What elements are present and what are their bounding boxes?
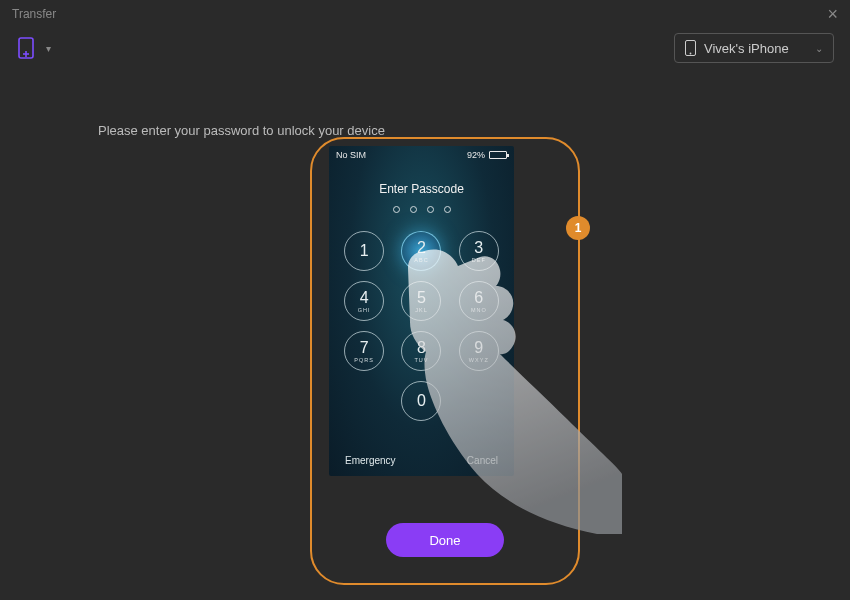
key-5[interactable]: 5JKL	[401, 281, 441, 321]
cancel-button[interactable]: Cancel	[467, 455, 498, 466]
emergency-button[interactable]: Emergency	[345, 455, 396, 466]
key-7[interactable]: 7PQRS	[344, 331, 384, 371]
key-8[interactable]: 8TUV	[401, 331, 441, 371]
key-0[interactable]: 0	[401, 381, 441, 421]
instruction-text: Please enter your password to unlock you…	[98, 123, 385, 138]
device-add-icon	[16, 37, 36, 59]
key-4[interactable]: 4GHI	[344, 281, 384, 321]
key-3[interactable]: 3DEF	[459, 231, 499, 271]
chevron-down-icon: ▾	[46, 43, 51, 54]
step-badge: 1	[566, 216, 590, 240]
done-button[interactable]: Done	[386, 523, 504, 557]
key-9[interactable]: 9WXYZ	[459, 331, 499, 371]
key-2[interactable]: 2ABC	[401, 231, 441, 271]
key-6[interactable]: 6MNO	[459, 281, 499, 321]
phone-screen: No SIM 92% Enter Passcode 1 2ABC 3DEF 4G…	[329, 146, 514, 476]
add-device-button[interactable]: ▾	[16, 37, 51, 59]
passcode-title: Enter Passcode	[329, 182, 514, 196]
status-left: No SIM	[336, 150, 366, 160]
key-1[interactable]: 1	[344, 231, 384, 271]
device-name: Vivek's iPhone	[704, 41, 789, 56]
chevron-down-icon: ⌄	[815, 43, 823, 54]
phone-icon	[685, 40, 696, 56]
close-icon[interactable]: ×	[827, 5, 838, 23]
battery-percent: 92%	[467, 150, 485, 160]
phone-frame: 1 No SIM 92% Enter Passcode 1 2ABC 3DEF …	[310, 137, 580, 585]
battery-icon	[489, 151, 507, 159]
keypad: 1 2ABC 3DEF 4GHI 5JKL 6MNO 7PQRS 8TUV 9W…	[342, 231, 502, 421]
svg-point-4	[690, 53, 692, 55]
device-selector[interactable]: Vivek's iPhone ⌄	[674, 33, 834, 63]
passcode-dots	[329, 206, 514, 213]
window-title: Transfer	[12, 7, 56, 21]
